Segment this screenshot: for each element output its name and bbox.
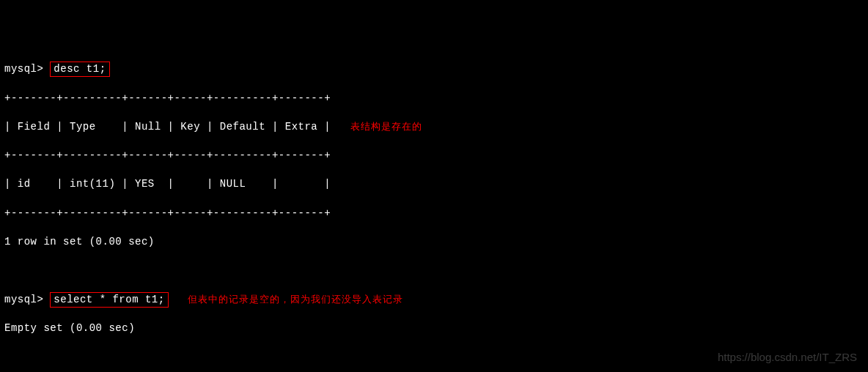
output-border: +-------+---------+------+-----+--------… [4,149,864,163]
output-border: +-------+---------+------+-----+--------… [4,92,864,106]
prompt: mysql> [4,294,43,305]
prompt: mysql> [4,63,43,75]
command-desc: desc t1; [50,62,109,77]
blank-line [4,264,864,278]
annotation-note2: 但表中的记录是空的，因为我们还没导入表记录 [188,294,403,305]
output-header: | Field | Type | Null | Key | Default | … [4,120,864,135]
terminal-line: mysql> select * from t1; 但表中的记录是空的，因为我们还… [4,292,864,308]
command-select1: select * from t1; [50,292,168,308]
output-border: +-------+---------+------+-----+--------… [4,207,864,221]
output-empty: Empty set (0.00 sec) [4,321,864,336]
output-row: | id | int(11) | YES | | NULL | | [4,177,864,192]
terminal-line: mysql> desc t1; [4,62,864,77]
output-footer: 1 row in set (0.00 sec) [4,235,864,250]
watermark: https://blog.csdn.net/IT_ZRS [718,349,857,365]
annotation-note1: 表结构是存在的 [350,121,422,132]
